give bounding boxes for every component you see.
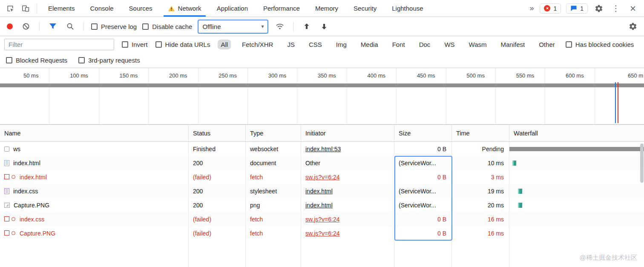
error-badge[interactable]: × 1: [540, 3, 561, 14]
column-header-size[interactable]: Size: [394, 125, 452, 141]
scrollbar-thumb[interactable]: [640, 144, 644, 183]
more-options-icon[interactable]: ⋮: [610, 3, 622, 14]
request-row[interactable]: index.css200stylesheetindex.html(Service…: [0, 184, 644, 198]
vertical-scrollbar[interactable]: [640, 144, 644, 248]
timeline-tick-label: 500 ms: [466, 68, 495, 124]
import-har-icon[interactable]: [301, 20, 313, 32]
tab-lighthouse[interactable]: Lighthouse: [384, 0, 431, 17]
request-row[interactable]: index.css(failed)fetchsw.js?v=6:240 B16 …: [0, 212, 644, 226]
filter-pill-css[interactable]: CSS: [306, 40, 325, 49]
size-cell: (ServiceWor...: [394, 198, 452, 212]
close-devtools-icon[interactable]: ×: [627, 3, 639, 14]
has-blocked-cookies-checkbox[interactable]: Has blocked cookies: [566, 41, 634, 48]
filter-pill-font[interactable]: Font: [389, 40, 408, 49]
request-name-cell: ws: [0, 142, 189, 156]
filter-funnel-icon[interactable]: [47, 20, 59, 32]
request-name-cell: index.html: [0, 170, 189, 184]
blocked-file-icon: [4, 230, 16, 236]
request-row[interactable]: Capture.PNG(failed)fetchsw.js?v=6:240 B1…: [0, 226, 644, 240]
timeline-tick: 400 ms: [347, 68, 397, 124]
filter-pill-js[interactable]: JS: [284, 40, 298, 49]
request-row[interactable]: Capture.PNG200pngindex.html(ServiceWor..…: [0, 198, 644, 212]
tab-console[interactable]: Console: [83, 0, 121, 17]
settings-gear-icon[interactable]: [593, 3, 605, 14]
watermark: @稀土掘金技术社区: [580, 254, 637, 262]
initiator-link[interactable]: sw.js?v=6:24: [305, 174, 340, 181]
filter-pill-img[interactable]: Img: [333, 40, 350, 49]
column-header-type[interactable]: Type: [246, 125, 301, 141]
filter-input[interactable]: [4, 39, 114, 50]
column-header-name[interactable]: Name: [0, 125, 189, 141]
issues-badge[interactable]: 1: [566, 3, 588, 14]
request-row[interactable]: index.html(failed)fetchsw.js?v=6:240 B3 …: [0, 170, 644, 184]
blocked-requests-checkbox[interactable]: Blocked Requests: [6, 57, 67, 64]
network-conditions-icon[interactable]: [274, 20, 286, 32]
tab-sources[interactable]: Sources: [121, 0, 160, 17]
tab-label: Performance: [263, 5, 300, 12]
column-header-waterfall[interactable]: Waterfall: [509, 125, 644, 141]
disable-cache-checkbox[interactable]: Disable cache: [142, 23, 192, 30]
table-body: wsFinishedwebsocketindex.html:530 BPendi…: [0, 142, 644, 267]
waterfall-bar: [518, 203, 522, 208]
tab-memory[interactable]: Memory: [308, 0, 346, 17]
css-file-icon: [4, 188, 9, 194]
preserve-log-checkbox[interactable]: Preserve log: [91, 23, 137, 30]
tab-application[interactable]: Application: [209, 0, 256, 17]
request-name-cell: index.html: [0, 156, 189, 170]
column-header-initiator[interactable]: Initiator: [301, 125, 394, 141]
initiator-link[interactable]: index.html:53: [305, 146, 341, 152]
timeline-tick: 350 ms: [297, 68, 347, 124]
initiator-cell: sw.js?v=6:24: [301, 226, 394, 240]
request-name-cell: index.css: [0, 184, 189, 198]
waterfall-pending-bar: [509, 147, 644, 151]
resource-type-filters: AllFetch/XHRJSCSSImgMediaFontDocWSWasmMa…: [218, 40, 558, 49]
filter-pill-all[interactable]: All: [218, 40, 231, 49]
clear-network-log-icon[interactable]: [20, 20, 32, 32]
filter-pill-ws[interactable]: WS: [441, 40, 457, 49]
filler-cell: [189, 240, 246, 267]
timeline-tick-label: 600 ms: [566, 68, 595, 124]
tab-performance[interactable]: Performance: [256, 0, 308, 17]
request-row[interactable]: wsFinishedwebsocketindex.html:530 BPendi…: [0, 142, 644, 156]
size-cell: (ServiceWor...: [394, 184, 452, 198]
hide-data-urls-checkbox[interactable]: Hide data URLs: [155, 41, 210, 48]
network-settings-gear-icon[interactable]: [627, 20, 639, 32]
status-cell: 200: [189, 184, 246, 198]
tab-network[interactable]: Network: [160, 0, 209, 17]
filter-pill-other[interactable]: Other: [536, 40, 558, 49]
column-header-status[interactable]: Status: [189, 125, 246, 141]
record-network-log-button[interactable]: [7, 23, 13, 29]
disable-cache-label: Disable cache: [152, 23, 192, 30]
dropdown-arrow-icon: ▾: [261, 23, 264, 29]
column-header-time[interactable]: Time: [452, 125, 509, 141]
export-har-icon[interactable]: [318, 20, 330, 32]
inspect-element-icon[interactable]: [4, 3, 16, 14]
devtools-tabs: ElementsConsoleSourcesNetworkApplication…: [40, 0, 431, 17]
third-party-requests-checkbox[interactable]: 3rd-party requests: [78, 57, 140, 64]
more-tabs-chevron-icon[interactable]: »: [529, 4, 535, 13]
throttling-select[interactable]: Offline ▾: [198, 20, 268, 34]
tab-security[interactable]: Security: [346, 0, 384, 17]
request-row[interactable]: index.html200documentOther(ServiceWor...…: [0, 156, 644, 170]
initiator-link[interactable]: sw.js?v=6:24: [305, 216, 340, 223]
initiator-link[interactable]: index.html: [305, 202, 333, 209]
overview-request-bar[interactable]: [0, 83, 644, 87]
search-icon[interactable]: [64, 20, 76, 32]
initiator-cell: index.html:53: [301, 142, 394, 156]
tab-elements[interactable]: Elements: [40, 0, 83, 17]
filter-pill-wasm[interactable]: Wasm: [466, 40, 490, 49]
timeline-tick: 550 ms: [496, 68, 545, 124]
filter-pill-doc[interactable]: Doc: [416, 40, 434, 49]
checkbox-box: [155, 41, 162, 48]
initiator-link[interactable]: index.html: [305, 188, 333, 195]
checkbox-box: [122, 41, 128, 48]
initiator-link[interactable]: sw.js?v=6:24: [305, 230, 340, 237]
img-file-icon: [4, 203, 10, 208]
device-toolbar-icon[interactable]: [20, 3, 32, 14]
filter-pill-manifest[interactable]: Manifest: [498, 40, 528, 49]
filter-pill-fetch-xhr[interactable]: Fetch/XHR: [239, 40, 276, 49]
waterfall-cell: [509, 198, 644, 212]
waterfall-cell: [509, 184, 644, 198]
filter-pill-media[interactable]: Media: [358, 40, 381, 49]
invert-checkbox[interactable]: Invert: [122, 41, 148, 48]
